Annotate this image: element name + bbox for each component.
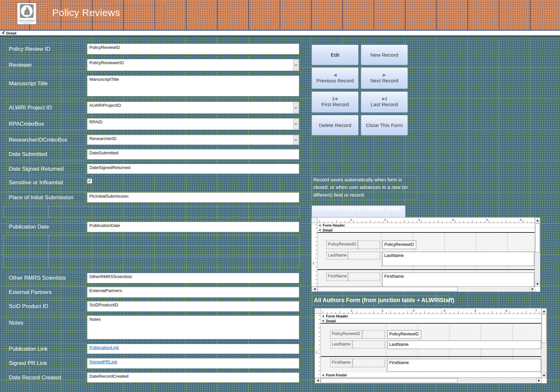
checkmark-icon: ✓ bbox=[88, 178, 92, 183]
delete-record-button[interactable]: Delete Record bbox=[312, 115, 359, 135]
combo-dropdown-button[interactable] bbox=[293, 119, 299, 129]
alwri-project-combo[interactable]: ALWRIProjectID bbox=[87, 102, 299, 114]
empty-control-placeholder bbox=[3, 235, 49, 268]
subform-label[interactable]: PolicyReviewID bbox=[326, 241, 358, 249]
field-label: Manuscript Title bbox=[7, 75, 86, 92]
subform-label[interactable]: LastName bbox=[326, 252, 348, 259]
field-label: SciD Product ID bbox=[7, 301, 86, 312]
scroll-down-button[interactable] bbox=[535, 281, 540, 287]
scrollbar-thumb[interactable] bbox=[317, 287, 458, 291]
next-record-button[interactable]: ▶ Next Record bbox=[361, 67, 408, 89]
field-label: Publication Date bbox=[7, 221, 86, 233]
subform-label-extension bbox=[353, 359, 385, 367]
horizontal-ruler[interactable]: 1 2 3 4 5 6 bbox=[317, 217, 535, 223]
field-label: Reviewer bbox=[7, 58, 86, 72]
external-partners-field[interactable]: ExternalPartners bbox=[87, 287, 299, 298]
chevron-down-icon bbox=[294, 107, 297, 109]
form-footer-bar[interactable]: Form Footer bbox=[321, 373, 542, 378]
section-collapse-arrow-icon bbox=[318, 224, 321, 227]
first-record-button[interactable]: ◀ First Record bbox=[312, 91, 359, 113]
rpa-combo[interactable]: RPAID bbox=[87, 118, 299, 130]
ruler-corner-box[interactable] bbox=[312, 217, 317, 223]
field-label: Date Record Created bbox=[7, 372, 86, 383]
subform-label[interactable]: FirstName bbox=[326, 273, 348, 281]
subform-label[interactable]: FirstName bbox=[330, 359, 352, 367]
form-header-bar[interactable]: Form Header bbox=[321, 314, 542, 319]
place-initial-submission-field[interactable]: PlcInitialSubmission bbox=[87, 192, 299, 203]
scrollbar-thumb[interactable] bbox=[535, 223, 540, 253]
detail-section-label: Detail bbox=[6, 31, 16, 35]
scrollbar-thumb[interactable] bbox=[542, 314, 546, 343]
last-record-icon: ▶ bbox=[382, 97, 386, 101]
date-record-created-field[interactable]: DateRecordCreated bbox=[87, 372, 299, 383]
detail-bar[interactable]: Detail bbox=[317, 228, 535, 233]
vertical-ruler[interactable]: 1 bbox=[312, 223, 317, 287]
ruler-corner-box[interactable] bbox=[315, 308, 321, 314]
horizontal-scrollbar[interactable] bbox=[315, 378, 542, 383]
close-form-button[interactable]: Close This Form bbox=[361, 115, 408, 135]
scroll-right-button[interactable] bbox=[530, 287, 535, 292]
scroll-up-button[interactable] bbox=[535, 217, 540, 223]
vertical-ruler[interactable]: 1 bbox=[315, 314, 321, 378]
autosave-note: Record saves automatically when form is … bbox=[312, 175, 417, 200]
scroll-down-button[interactable] bbox=[541, 373, 547, 378]
researcher-combo[interactable]: ResearcherID bbox=[87, 135, 299, 145]
field-label: RPACmboBox bbox=[7, 118, 86, 131]
empty-control-placeholder bbox=[48, 235, 300, 268]
subform-textbox[interactable]: PolicyReviewID bbox=[387, 330, 421, 339]
all-authors-form-subform: 1 2 3 4 5 6 7 1 Form Header Detail bbox=[315, 308, 547, 384]
policy-review-id-field[interactable]: PolicyReviewID bbox=[87, 44, 299, 54]
subform-label[interactable]: LastName bbox=[330, 341, 352, 348]
subform-label[interactable]: PolicyReviewID bbox=[330, 330, 362, 339]
previous-record-button[interactable]: ◀ Previous Record bbox=[312, 67, 359, 89]
subform-lastname-combo[interactable]: LastName bbox=[387, 341, 541, 349]
subform-label-extension bbox=[358, 241, 380, 249]
grid-inch-line bbox=[321, 356, 542, 357]
scroll-up-button[interactable] bbox=[541, 308, 547, 314]
field-label: Date Submitted bbox=[7, 148, 86, 160]
sensitive-checkbox[interactable]: ✓ bbox=[87, 178, 92, 184]
reviewer-combo[interactable]: PolicyReviewerID bbox=[87, 59, 299, 71]
scrollbar-thumb[interactable] bbox=[321, 378, 458, 383]
form-header-bar[interactable]: Form Header bbox=[317, 223, 535, 228]
field-label: External Partners bbox=[7, 286, 86, 298]
subform-textbox[interactable]: FirstName bbox=[387, 359, 541, 372]
new-record-button[interactable]: New Record bbox=[361, 45, 408, 65]
edit-button[interactable]: Edit bbox=[312, 45, 359, 65]
subform-textbox[interactable]: FirstName bbox=[382, 273, 534, 287]
subform-label-extension bbox=[348, 252, 380, 259]
subform-textbox[interactable]: LastName bbox=[382, 252, 534, 266]
field-label: Sensitive or Influential bbox=[7, 177, 86, 188]
scroll-right-button[interactable] bbox=[536, 378, 542, 383]
scid-product-id-field[interactable]: SciDProductID bbox=[87, 301, 299, 312]
publication-date-field[interactable]: PublicationDate bbox=[87, 222, 299, 232]
right-arrow-icon bbox=[538, 379, 540, 382]
combo-dropdown-button[interactable] bbox=[293, 102, 299, 113]
date-signed-returned-field[interactable]: DateSignedReturned bbox=[87, 164, 299, 174]
manuscript-title-field[interactable]: ManuscriptTitle bbox=[87, 76, 299, 96]
subform-textbox[interactable]: PolicyReviewID bbox=[382, 241, 416, 249]
vertical-scrollbar[interactable] bbox=[535, 217, 540, 287]
scroll-left-button[interactable] bbox=[315, 378, 320, 383]
field-label: Other RMRS Scientists bbox=[7, 272, 86, 284]
vertical-scrollbar[interactable] bbox=[541, 308, 547, 378]
subform-label-extension bbox=[362, 330, 385, 339]
detail-section-grid: PolicyReviewID PolicyReviewID LastName L… bbox=[317, 233, 535, 287]
detail-section-bar[interactable]: Detail bbox=[0, 31, 560, 36]
horizontal-scrollbar[interactable] bbox=[312, 286, 535, 292]
horizontal-ruler[interactable]: 1 2 3 4 5 6 7 bbox=[321, 308, 542, 314]
combo-dropdown-button[interactable] bbox=[293, 135, 299, 144]
date-submitted-field[interactable]: DateSubmitted bbox=[87, 149, 299, 160]
field-label: Signed PR Link bbox=[7, 357, 86, 369]
scroll-left-button[interactable] bbox=[312, 287, 317, 292]
other-rmrs-scientists-field[interactable]: OtherRMRSScientists bbox=[87, 273, 299, 283]
notes-field[interactable]: Notes bbox=[87, 315, 299, 339]
access-design-view: ALDO LEOPOLD WILDERNESS RESEARCH INSTITU… bbox=[0, 0, 560, 392]
down-arrow-icon bbox=[536, 283, 539, 285]
detail-bar[interactable]: Detail bbox=[321, 319, 542, 324]
signed-pr-link-field[interactable]: SignedPRLink bbox=[87, 358, 299, 369]
publication-link-field[interactable]: PublicationLink bbox=[87, 344, 299, 354]
combo-dropdown-button[interactable] bbox=[293, 60, 299, 70]
next-arrow-icon: ▶ bbox=[383, 73, 386, 77]
last-record-button[interactable]: ▶ Last Record bbox=[361, 91, 408, 113]
